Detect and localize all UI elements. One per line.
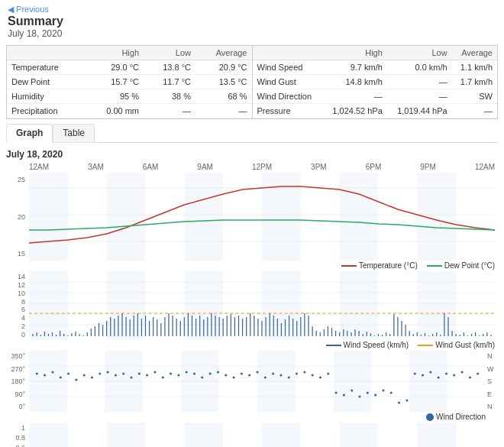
prev-arrow: ◀ bbox=[8, 5, 14, 14]
svg-point-182 bbox=[296, 373, 298, 375]
wind-speed-legend-line bbox=[326, 345, 341, 346]
svg-point-150 bbox=[44, 374, 46, 377]
tab-table[interactable]: Table bbox=[53, 124, 95, 142]
svg-point-193 bbox=[382, 390, 384, 392]
svg-point-153 bbox=[67, 373, 69, 375]
svg-point-205 bbox=[477, 373, 479, 375]
svg-point-189 bbox=[351, 390, 353, 392]
svg-point-186 bbox=[327, 373, 329, 375]
svg-point-176 bbox=[248, 374, 250, 377]
winddir-legend: Wind Direction bbox=[18, 413, 486, 421]
svg-point-168 bbox=[186, 371, 188, 374]
wind-speed-chart: 14121086420 bbox=[6, 271, 498, 340]
svg-point-202 bbox=[453, 374, 455, 377]
precip-chart: 10.80.60.40.20 bbox=[6, 423, 498, 447]
svg-point-187 bbox=[335, 392, 338, 394]
wind-dir-chart: 350°270°180°90°0° N W S E N bbox=[6, 351, 498, 412]
page-header: ◀ Previous Summary July 18, 2020 bbox=[0, 0, 504, 42]
svg-point-180 bbox=[279, 374, 282, 377]
svg-point-151 bbox=[51, 371, 53, 374]
svg-point-183 bbox=[303, 371, 305, 374]
svg-point-190 bbox=[358, 396, 360, 398]
svg-point-198 bbox=[422, 374, 424, 377]
chart-area: July 18, 2020 12AM3AM6AM9AM12PM3PM6PM9PM… bbox=[0, 143, 504, 447]
wind-chart-inner bbox=[29, 271, 495, 340]
left-stats-table: HighLowAverage Temperature29.0 °C13.8 °C… bbox=[7, 46, 252, 118]
svg-point-164 bbox=[153, 371, 156, 374]
wind-dir-side-labels: N W S E N bbox=[487, 352, 496, 410]
svg-point-195 bbox=[398, 402, 400, 404]
tab-graph[interactable]: Graph bbox=[6, 124, 53, 143]
precip-chart-inner bbox=[29, 423, 495, 447]
svg-point-174 bbox=[233, 377, 235, 379]
svg-point-169 bbox=[193, 373, 195, 375]
svg-point-165 bbox=[162, 377, 164, 379]
svg-rect-2 bbox=[184, 173, 223, 261]
svg-point-152 bbox=[60, 377, 62, 379]
svg-point-160 bbox=[122, 373, 124, 375]
svg-rect-14 bbox=[417, 271, 456, 340]
svg-point-177 bbox=[256, 371, 258, 374]
chart-date-label: July 18, 2020 bbox=[6, 149, 498, 160]
temp-legend: Temperature (°C) Dew Point (°C) bbox=[9, 261, 495, 270]
winddir-legend-dot bbox=[426, 413, 434, 421]
svg-rect-13 bbox=[340, 271, 379, 340]
svg-point-159 bbox=[115, 374, 117, 377]
wind-gust-legend-line bbox=[418, 345, 433, 346]
svg-point-171 bbox=[209, 373, 212, 375]
svg-point-156 bbox=[91, 377, 93, 379]
svg-rect-9 bbox=[29, 271, 68, 340]
temp-svg bbox=[29, 173, 495, 261]
page-title: Summary bbox=[8, 15, 496, 28]
svg-point-200 bbox=[438, 377, 440, 379]
svg-point-192 bbox=[374, 394, 376, 397]
time-axis: 12AM3AM6AM9AM12PM3PM6PM9PM12AM bbox=[6, 163, 498, 171]
wind-svg bbox=[29, 271, 495, 340]
right-stats-table: HighLowAverage Wind Speed9.7 km/h0.0 km/… bbox=[253, 46, 498, 118]
wind-legend: Wind Speed (km/h) Wind Gust (km/h) bbox=[9, 341, 495, 349]
prev-link[interactable]: ◀ Previous bbox=[8, 5, 496, 15]
svg-point-191 bbox=[367, 392, 369, 394]
svg-point-194 bbox=[390, 392, 393, 394]
svg-point-181 bbox=[288, 377, 290, 379]
dewpoint-legend-line bbox=[427, 265, 442, 267]
svg-point-196 bbox=[405, 400, 408, 402]
winddir-y-labels: 350°270°180°90°0° bbox=[6, 352, 27, 410]
svg-point-197 bbox=[414, 373, 416, 375]
svg-point-161 bbox=[130, 377, 132, 379]
temp-chart-inner bbox=[29, 173, 495, 261]
precip-svg bbox=[29, 423, 495, 447]
svg-rect-0 bbox=[29, 173, 68, 261]
svg-point-158 bbox=[107, 371, 109, 374]
legend-wind-gust: Wind Gust (km/h) bbox=[418, 341, 495, 349]
svg-point-178 bbox=[264, 377, 267, 379]
svg-point-185 bbox=[319, 377, 321, 379]
svg-point-167 bbox=[177, 374, 179, 377]
svg-rect-4 bbox=[340, 173, 379, 261]
svg-point-203 bbox=[461, 371, 464, 374]
svg-point-157 bbox=[99, 373, 101, 375]
tab-bar: Graph Table bbox=[6, 124, 498, 143]
svg-point-155 bbox=[83, 374, 86, 377]
svg-rect-208 bbox=[184, 423, 223, 447]
wind-y-labels: 14121086420 bbox=[6, 273, 27, 338]
svg-point-199 bbox=[429, 371, 431, 374]
svg-rect-207 bbox=[107, 423, 146, 447]
svg-point-162 bbox=[138, 373, 141, 375]
svg-point-149 bbox=[36, 373, 38, 375]
svg-point-163 bbox=[146, 374, 148, 377]
legend-wind-speed: Wind Speed (km/h) bbox=[326, 341, 409, 349]
winddir-chart-inner bbox=[29, 351, 486, 412]
legend-temp: Temperature (°C) bbox=[341, 261, 418, 270]
svg-point-179 bbox=[272, 373, 274, 375]
svg-rect-209 bbox=[262, 423, 301, 447]
svg-point-201 bbox=[445, 373, 447, 375]
svg-rect-211 bbox=[417, 423, 456, 447]
svg-rect-206 bbox=[29, 423, 68, 447]
temp-y-labels: 252015 bbox=[6, 176, 27, 258]
svg-point-172 bbox=[217, 371, 219, 374]
svg-point-170 bbox=[201, 377, 203, 379]
temp-chart: 252015 bbox=[6, 173, 498, 261]
date-subtitle: July 18, 2020 bbox=[8, 28, 496, 39]
winddir-svg bbox=[29, 351, 486, 412]
